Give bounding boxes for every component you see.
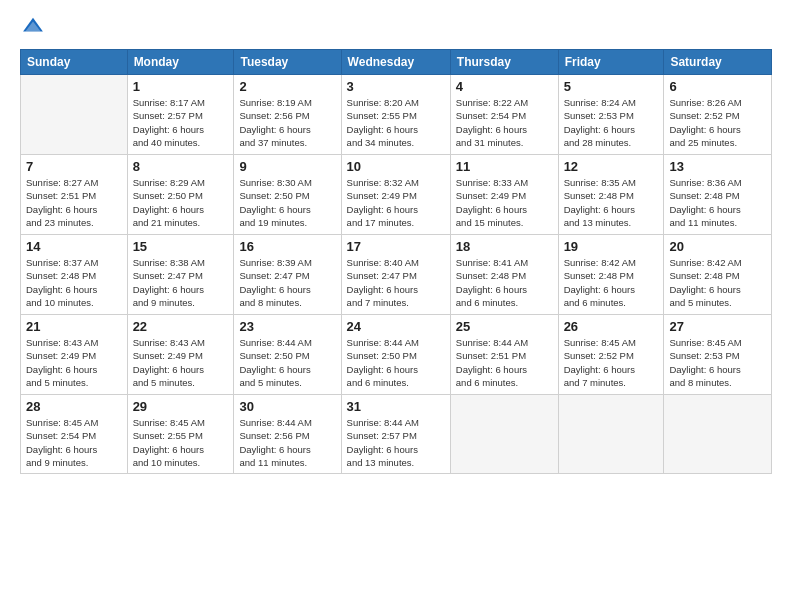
day-number: 21 <box>26 319 122 334</box>
day-number: 25 <box>456 319 553 334</box>
day-number: 10 <box>347 159 445 174</box>
day-info: Sunrise: 8:36 AM Sunset: 2:48 PM Dayligh… <box>669 176 766 229</box>
day-info: Sunrise: 8:43 AM Sunset: 2:49 PM Dayligh… <box>26 336 122 389</box>
weekday-header-thursday: Thursday <box>450 50 558 75</box>
weekday-header-friday: Friday <box>558 50 664 75</box>
day-number: 26 <box>564 319 659 334</box>
calendar-cell: 17Sunrise: 8:40 AM Sunset: 2:47 PM Dayli… <box>341 235 450 315</box>
day-number: 29 <box>133 399 229 414</box>
calendar-cell: 11Sunrise: 8:33 AM Sunset: 2:49 PM Dayli… <box>450 155 558 235</box>
weekday-header-wednesday: Wednesday <box>341 50 450 75</box>
calendar-cell: 5Sunrise: 8:24 AM Sunset: 2:53 PM Daylig… <box>558 75 664 155</box>
day-number: 6 <box>669 79 766 94</box>
calendar-cell: 12Sunrise: 8:35 AM Sunset: 2:48 PM Dayli… <box>558 155 664 235</box>
day-info: Sunrise: 8:44 AM Sunset: 2:50 PM Dayligh… <box>239 336 335 389</box>
weekday-header-row: SundayMondayTuesdayWednesdayThursdayFrid… <box>21 50 772 75</box>
calendar-cell: 28Sunrise: 8:45 AM Sunset: 2:54 PM Dayli… <box>21 395 128 474</box>
calendar-cell: 1Sunrise: 8:17 AM Sunset: 2:57 PM Daylig… <box>127 75 234 155</box>
calendar-cell: 30Sunrise: 8:44 AM Sunset: 2:56 PM Dayli… <box>234 395 341 474</box>
weekday-header-sunday: Sunday <box>21 50 128 75</box>
weekday-header-saturday: Saturday <box>664 50 772 75</box>
day-info: Sunrise: 8:32 AM Sunset: 2:49 PM Dayligh… <box>347 176 445 229</box>
calendar-cell: 27Sunrise: 8:45 AM Sunset: 2:53 PM Dayli… <box>664 315 772 395</box>
day-number: 19 <box>564 239 659 254</box>
calendar-cell: 7Sunrise: 8:27 AM Sunset: 2:51 PM Daylig… <box>21 155 128 235</box>
weekday-header-tuesday: Tuesday <box>234 50 341 75</box>
calendar-cell <box>558 395 664 474</box>
day-number: 31 <box>347 399 445 414</box>
day-number: 4 <box>456 79 553 94</box>
day-number: 8 <box>133 159 229 174</box>
calendar-cell: 26Sunrise: 8:45 AM Sunset: 2:52 PM Dayli… <box>558 315 664 395</box>
day-info: Sunrise: 8:45 AM Sunset: 2:52 PM Dayligh… <box>564 336 659 389</box>
day-info: Sunrise: 8:29 AM Sunset: 2:50 PM Dayligh… <box>133 176 229 229</box>
day-info: Sunrise: 8:35 AM Sunset: 2:48 PM Dayligh… <box>564 176 659 229</box>
day-info: Sunrise: 8:45 AM Sunset: 2:54 PM Dayligh… <box>26 416 122 469</box>
calendar-week-4: 28Sunrise: 8:45 AM Sunset: 2:54 PM Dayli… <box>21 395 772 474</box>
day-number: 17 <box>347 239 445 254</box>
calendar-cell: 23Sunrise: 8:44 AM Sunset: 2:50 PM Dayli… <box>234 315 341 395</box>
calendar-cell: 4Sunrise: 8:22 AM Sunset: 2:54 PM Daylig… <box>450 75 558 155</box>
calendar-cell: 24Sunrise: 8:44 AM Sunset: 2:50 PM Dayli… <box>341 315 450 395</box>
calendar-cell: 6Sunrise: 8:26 AM Sunset: 2:52 PM Daylig… <box>664 75 772 155</box>
day-info: Sunrise: 8:45 AM Sunset: 2:55 PM Dayligh… <box>133 416 229 469</box>
day-info: Sunrise: 8:27 AM Sunset: 2:51 PM Dayligh… <box>26 176 122 229</box>
day-number: 23 <box>239 319 335 334</box>
day-info: Sunrise: 8:41 AM Sunset: 2:48 PM Dayligh… <box>456 256 553 309</box>
calendar-cell: 20Sunrise: 8:42 AM Sunset: 2:48 PM Dayli… <box>664 235 772 315</box>
calendar-cell: 29Sunrise: 8:45 AM Sunset: 2:55 PM Dayli… <box>127 395 234 474</box>
day-number: 27 <box>669 319 766 334</box>
calendar-cell: 19Sunrise: 8:42 AM Sunset: 2:48 PM Dayli… <box>558 235 664 315</box>
calendar-cell: 22Sunrise: 8:43 AM Sunset: 2:49 PM Dayli… <box>127 315 234 395</box>
day-number: 11 <box>456 159 553 174</box>
calendar-cell: 18Sunrise: 8:41 AM Sunset: 2:48 PM Dayli… <box>450 235 558 315</box>
day-info: Sunrise: 8:37 AM Sunset: 2:48 PM Dayligh… <box>26 256 122 309</box>
day-number: 24 <box>347 319 445 334</box>
day-info: Sunrise: 8:40 AM Sunset: 2:47 PM Dayligh… <box>347 256 445 309</box>
header <box>20 15 772 41</box>
day-number: 28 <box>26 399 122 414</box>
day-info: Sunrise: 8:44 AM Sunset: 2:56 PM Dayligh… <box>239 416 335 469</box>
day-info: Sunrise: 8:30 AM Sunset: 2:50 PM Dayligh… <box>239 176 335 229</box>
calendar-cell <box>450 395 558 474</box>
day-number: 2 <box>239 79 335 94</box>
day-info: Sunrise: 8:19 AM Sunset: 2:56 PM Dayligh… <box>239 96 335 149</box>
day-number: 5 <box>564 79 659 94</box>
day-info: Sunrise: 8:42 AM Sunset: 2:48 PM Dayligh… <box>564 256 659 309</box>
day-number: 13 <box>669 159 766 174</box>
day-info: Sunrise: 8:38 AM Sunset: 2:47 PM Dayligh… <box>133 256 229 309</box>
day-info: Sunrise: 8:43 AM Sunset: 2:49 PM Dayligh… <box>133 336 229 389</box>
weekday-header-monday: Monday <box>127 50 234 75</box>
day-number: 22 <box>133 319 229 334</box>
calendar-cell: 8Sunrise: 8:29 AM Sunset: 2:50 PM Daylig… <box>127 155 234 235</box>
day-number: 18 <box>456 239 553 254</box>
day-info: Sunrise: 8:24 AM Sunset: 2:53 PM Dayligh… <box>564 96 659 149</box>
day-number: 30 <box>239 399 335 414</box>
day-info: Sunrise: 8:22 AM Sunset: 2:54 PM Dayligh… <box>456 96 553 149</box>
calendar-cell: 3Sunrise: 8:20 AM Sunset: 2:55 PM Daylig… <box>341 75 450 155</box>
day-number: 9 <box>239 159 335 174</box>
day-number: 15 <box>133 239 229 254</box>
day-number: 16 <box>239 239 335 254</box>
calendar-cell: 14Sunrise: 8:37 AM Sunset: 2:48 PM Dayli… <box>21 235 128 315</box>
calendar-cell: 15Sunrise: 8:38 AM Sunset: 2:47 PM Dayli… <box>127 235 234 315</box>
logo-icon <box>22 15 44 37</box>
day-info: Sunrise: 8:45 AM Sunset: 2:53 PM Dayligh… <box>669 336 766 389</box>
day-info: Sunrise: 8:42 AM Sunset: 2:48 PM Dayligh… <box>669 256 766 309</box>
calendar-week-0: 1Sunrise: 8:17 AM Sunset: 2:57 PM Daylig… <box>21 75 772 155</box>
calendar-cell <box>664 395 772 474</box>
calendar-week-1: 7Sunrise: 8:27 AM Sunset: 2:51 PM Daylig… <box>21 155 772 235</box>
day-number: 14 <box>26 239 122 254</box>
calendar-cell: 31Sunrise: 8:44 AM Sunset: 2:57 PM Dayli… <box>341 395 450 474</box>
day-number: 1 <box>133 79 229 94</box>
calendar-cell: 13Sunrise: 8:36 AM Sunset: 2:48 PM Dayli… <box>664 155 772 235</box>
day-info: Sunrise: 8:26 AM Sunset: 2:52 PM Dayligh… <box>669 96 766 149</box>
day-info: Sunrise: 8:33 AM Sunset: 2:49 PM Dayligh… <box>456 176 553 229</box>
calendar-cell: 10Sunrise: 8:32 AM Sunset: 2:49 PM Dayli… <box>341 155 450 235</box>
calendar-week-3: 21Sunrise: 8:43 AM Sunset: 2:49 PM Dayli… <box>21 315 772 395</box>
calendar-cell <box>21 75 128 155</box>
calendar: SundayMondayTuesdayWednesdayThursdayFrid… <box>20 49 772 474</box>
day-info: Sunrise: 8:44 AM Sunset: 2:51 PM Dayligh… <box>456 336 553 389</box>
day-number: 12 <box>564 159 659 174</box>
calendar-week-2: 14Sunrise: 8:37 AM Sunset: 2:48 PM Dayli… <box>21 235 772 315</box>
